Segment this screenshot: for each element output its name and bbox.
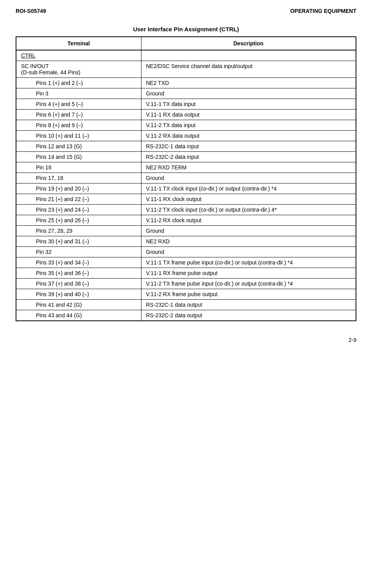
description-cell: NE2 TXD [141, 78, 356, 88]
page-header: ROI-S05749 OPERATING EQUIPMENT [16, 8, 356, 14]
description-cell: V.11-1 RX clock output [141, 194, 356, 205]
description-cell: RS-232C-1 data input [141, 141, 356, 152]
terminal-cell: Pins 30 (+) and 31 (–) [16, 236, 141, 247]
terminal-cell: Pins 12 and 13 (G) [16, 141, 141, 152]
col-terminal: Terminal [16, 37, 141, 50]
description-cell: NE2/DSC Service channel data input/outpu… [141, 61, 356, 78]
terminal-cell: Pins 17, 18 [16, 173, 141, 183]
terminal-cell: Pins 35 (+) and 36 (–) [16, 268, 141, 279]
terminal-cell: Pins 10 (+) and 11 (–) [16, 131, 141, 141]
table-title: User Interface Pin Assignment (CTRL) [16, 26, 356, 32]
terminal-cell: Pins 6 (+) and 7 (–) [16, 110, 141, 120]
description-cell: RS-232C-1 data output [141, 300, 356, 310]
terminal-cell: Pins 8 (+) and 9 (–) [16, 120, 141, 131]
table-row: Pins 17, 18Ground [16, 173, 356, 183]
table-row: Pins 39 (+) and 40 (–)V.11-2 RX frame pu… [16, 289, 356, 300]
pin-assignment-table: Terminal Description CTRLSC IN/OUT(D-sub… [16, 36, 356, 321]
table-row: Pins 14 and 15 (G)RS-232C-2 data input [16, 152, 356, 162]
terminal-cell: Pins 25 (+) and 26 (–) [16, 215, 141, 226]
table-row: Pins 1 (+) and 2 (–)NE2 TXD [16, 78, 356, 88]
terminal-cell: Pins 1 (+) and 2 (–) [16, 78, 141, 88]
table-row: CTRL [16, 50, 356, 61]
description-cell: V.11-1 TX clock input (co-dir.) or outpu… [141, 183, 356, 194]
table-row: Pin 16NE2 RXD TERM [16, 162, 356, 173]
description-cell: RS-232C-2 data output [141, 310, 356, 321]
table-row: Pin 32Ground [16, 247, 356, 257]
table-row: Pin 3Ground [16, 88, 356, 99]
description-cell: Ground [141, 247, 356, 257]
terminal-cell: Pins 43 and 44 (G) [16, 310, 141, 321]
table-row: Pins 25 (+) and 26 (–)V.11-2 RX clock ou… [16, 215, 356, 226]
doc-id: ROI-S05749 [16, 8, 46, 14]
terminal-cell: Pins 27, 28, 29 [16, 226, 141, 236]
description-cell: V.11-2 RX clock output [141, 215, 356, 226]
description-cell: V.11-1 RX frame pulse output [141, 268, 356, 279]
description-cell: Ground [141, 226, 356, 236]
description-cell: V.11-2 TX data input [141, 120, 356, 131]
table-row: Pins 6 (+) and 7 (–)V.11-1 RX data outpu… [16, 110, 356, 120]
table-row: Pins 35 (+) and 36 (–)V.11-1 RX frame pu… [16, 268, 356, 279]
terminal-cell: Pin 3 [16, 88, 141, 99]
description-cell: Ground [141, 173, 356, 183]
table-row: Pins 30 (+) and 31 (–)NE2 RXD [16, 236, 356, 247]
terminal-cell: SC IN/OUT(D-sub Female, 44 Pins) [16, 61, 141, 78]
table-row: Pins 12 and 13 (G)RS-232C-1 data input [16, 141, 356, 152]
description-cell: RS-232C-2 data input [141, 152, 356, 162]
description-cell: V.11-2 RX data output [141, 131, 356, 141]
terminal-cell: Pin 16 [16, 162, 141, 173]
page-footer: 2-9 [16, 337, 356, 343]
description-cell: V.11-2 RX frame pulse output [141, 289, 356, 300]
col-description: Description [141, 37, 356, 50]
terminal-cell: Pins 39 (+) and 40 (–) [16, 289, 141, 300]
description-cell: V.11-1 RX data output [141, 110, 356, 120]
terminal-cell: Pins 14 and 15 (G) [16, 152, 141, 162]
table-row: Pins 23 (+) and 24 (–)V.11-2 TX clock in… [16, 205, 356, 215]
table-row: Pins 33 (+) and 34 (–)V.11-1 TX frame pu… [16, 257, 356, 268]
terminal-cell: CTRL [16, 50, 141, 61]
description-cell: V.11-1 TX frame pulse input (co-dir.) or… [141, 257, 356, 268]
table-row: Pins 43 and 44 (G)RS-232C-2 data output [16, 310, 356, 321]
terminal-cell: Pins 37 (+) and 38 (–) [16, 279, 141, 289]
table-row: SC IN/OUT(D-sub Female, 44 Pins)NE2/DSC … [16, 61, 356, 78]
table-row: Pins 8 (+) and 9 (–)V.11-2 TX data input [16, 120, 356, 131]
description-cell [141, 50, 356, 61]
terminal-cell: Pins 41 and 42 (G) [16, 300, 141, 310]
description-cell: NE2 RXD [141, 236, 356, 247]
table-row: Pins 4 (+) and 5 (–)V.11-1 TX data input [16, 99, 356, 110]
terminal-cell: Pin 32 [16, 247, 141, 257]
table-row: Pins 21 (+) and 22 (–)V.11-1 RX clock ou… [16, 194, 356, 205]
table-row: Pins 37 (+) and 38 (–)V.11-2 TX frame pu… [16, 279, 356, 289]
terminal-cell: Pins 19 (+) and 20 (–) [16, 183, 141, 194]
description-cell: V.11-2 TX frame pulse input (co-dir.) or… [141, 279, 356, 289]
table-row: Pins 10 (+) and 11 (–)V.11-2 RX data out… [16, 131, 356, 141]
table-row: Pins 19 (+) and 20 (–)V.11-1 TX clock in… [16, 183, 356, 194]
description-cell: NE2 RXD TERM [141, 162, 356, 173]
page-number: 2-9 [349, 337, 356, 343]
table-row: Pins 27, 28, 29Ground [16, 226, 356, 236]
description-cell: V.11-2 TX clock input (co-dir.) or outpu… [141, 205, 356, 215]
table-row: Pins 41 and 42 (G)RS-232C-1 data output [16, 300, 356, 310]
description-cell: V.11-1 TX data input [141, 99, 356, 110]
doc-title: OPERATING EQUIPMENT [290, 8, 356, 14]
terminal-cell: Pins 33 (+) and 34 (–) [16, 257, 141, 268]
description-cell: Ground [141, 88, 356, 99]
terminal-cell: Pins 4 (+) and 5 (–) [16, 99, 141, 110]
terminal-cell: Pins 21 (+) and 22 (–) [16, 194, 141, 205]
terminal-cell: Pins 23 (+) and 24 (–) [16, 205, 141, 215]
